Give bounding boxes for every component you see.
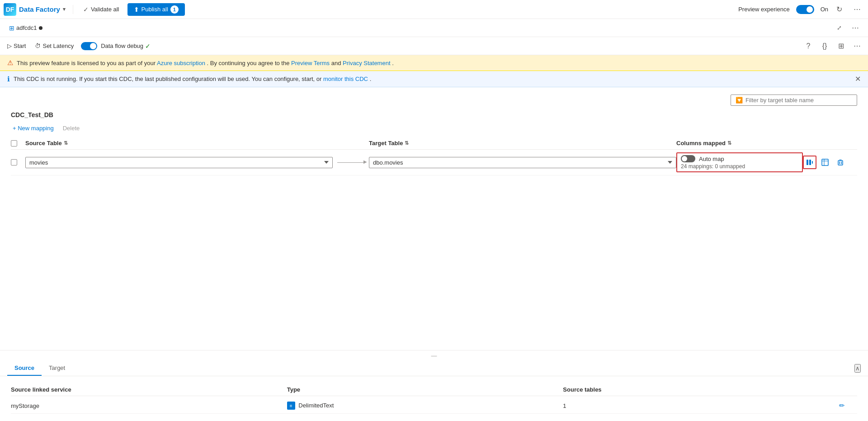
delete-row-button[interactable] xyxy=(834,156,847,169)
row-checkbox[interactable] xyxy=(11,159,17,166)
table-row: movies dbo.movies xyxy=(11,150,857,175)
header-target: Target Table Target Table ⇅ xyxy=(369,140,676,147)
header-check xyxy=(11,140,25,147)
warning-banner: ⚠ This preview feature is licensed to yo… xyxy=(0,55,868,71)
panel-row: myStorage ≡ DelimitedText 1 ✏ xyxy=(11,398,857,414)
row-arrow xyxy=(333,162,369,163)
banner-close-button[interactable]: ✕ xyxy=(855,75,861,83)
new-mapping-button[interactable]: + New mapping xyxy=(11,124,56,132)
filter-input[interactable] xyxy=(745,97,852,104)
type-icon: ≡ xyxy=(287,402,295,410)
drag-handle[interactable]: — xyxy=(0,350,868,361)
help-button[interactable]: ? xyxy=(801,39,816,53)
actions-row: + New mapping Delete xyxy=(11,124,857,132)
debug-label: Data flow debug xyxy=(101,43,143,49)
debug-ok-icon: ✓ xyxy=(145,43,151,50)
publish-badge: 1 xyxy=(170,5,179,14)
svg-rect-1 xyxy=(809,160,811,165)
latency-icon: ⏱ xyxy=(35,43,41,49)
warn-text: This preview feature is licensed to you … xyxy=(17,60,394,66)
validate-icon: ✓ xyxy=(83,6,89,13)
more-options-button[interactable]: ⋯ xyxy=(850,2,864,17)
set-latency-button[interactable]: ⏱ Set Latency xyxy=(31,41,77,51)
panel-cell-service: myStorage xyxy=(11,402,287,409)
delete-button[interactable]: Delete xyxy=(61,124,82,132)
azure-subscription-link[interactable]: Azure subscription xyxy=(157,60,205,66)
toolbar-more-button[interactable]: ⋯ xyxy=(850,39,864,53)
mapping-count: 24 mappings: 0 unmapped xyxy=(681,163,798,170)
svg-rect-3 xyxy=(822,159,828,166)
preview-data-button[interactable] xyxy=(818,156,832,169)
table-header: Source Table ⇅ Target Table Target Table… xyxy=(11,137,857,150)
automap-toggle[interactable] xyxy=(681,155,695,162)
nav-separator xyxy=(73,5,73,14)
top-nav: DF Data Factory ▾ ✓ Validate all ⬆ Publi… xyxy=(0,0,868,19)
panel-cell-type: ≡ DelimitedText xyxy=(287,402,563,410)
panel-cell-tables: 1 xyxy=(563,402,839,409)
target-select[interactable]: dbo.movies xyxy=(369,157,676,168)
panel-table-header: Source linked service Type Source tables xyxy=(11,383,857,396)
column-mapping-button[interactable] xyxy=(803,156,816,169)
tab-more-button[interactable]: ⋯ xyxy=(848,21,863,35)
info-icon: ℹ xyxy=(7,75,10,83)
toggle-on-label: On xyxy=(821,6,828,13)
validate-button[interactable]: ✓ Validate all xyxy=(79,4,124,15)
active-tab[interactable]: ⊞ adfcdc1 xyxy=(5,24,46,32)
type-label: DelimitedText xyxy=(298,402,334,409)
panel-header-service: Source linked service xyxy=(11,386,287,393)
info-text: This CDC is not running. If you start th… xyxy=(14,76,371,82)
toolbar: ▷ Start ⏱ Set Latency Data flow debug ✓ … xyxy=(0,37,868,55)
start-icon: ▷ xyxy=(7,43,12,49)
main-content: 🔽 CDC_Test_DB + New mapping Delete xyxy=(0,87,868,183)
brand-icon: DF xyxy=(4,3,16,16)
row-actions xyxy=(803,156,857,169)
filter-icon: 🔽 xyxy=(736,97,743,104)
preview-label: Preview experience xyxy=(738,6,789,13)
source-select[interactable]: movies xyxy=(25,157,333,168)
target-sort-icon[interactable]: ⇅ xyxy=(405,140,409,146)
resize-button[interactable]: ⤢ xyxy=(832,21,846,35)
tab-target[interactable]: Target xyxy=(42,361,72,376)
tab-source[interactable]: Source xyxy=(7,361,42,376)
svg-rect-6 xyxy=(838,161,843,165)
automap-cell: Auto map 24 mappings: 0 unmapped xyxy=(676,152,803,172)
monitor-cdc-link[interactable]: monitor this CDC xyxy=(323,76,368,82)
content-area: 🔽 CDC_Test_DB + New mapping Delete xyxy=(0,87,868,421)
validate-label: Validate all xyxy=(91,6,119,13)
row-check xyxy=(11,159,25,166)
preview-terms-link[interactable]: Preview Terms xyxy=(291,60,330,66)
warn-icon: ⚠ xyxy=(7,59,13,67)
brand-label: Data Factory xyxy=(19,5,60,13)
automap-label: Auto map xyxy=(699,156,724,162)
panel-expand-button[interactable]: ∧ xyxy=(854,364,861,373)
edit-source-button[interactable]: ✏ xyxy=(839,402,845,410)
mapped-sort-icon[interactable]: ⇅ xyxy=(727,140,731,146)
header-source: Source Table ⇅ xyxy=(25,140,333,147)
row-source: movies xyxy=(25,157,333,168)
row-target: dbo.movies xyxy=(369,157,676,168)
panel-cell-edit: ✏ xyxy=(839,402,857,410)
panel-header-type: Type xyxy=(287,386,563,393)
monitor-button[interactable]: ⊞ xyxy=(834,39,848,53)
start-label: Start xyxy=(14,43,26,49)
privacy-statement-link[interactable]: Privacy Statement xyxy=(343,60,391,66)
start-button[interactable]: ▷ Start xyxy=(4,41,29,51)
svg-rect-0 xyxy=(807,160,808,165)
bottom-panel: — Source Target ∧ Source linked service … xyxy=(0,350,868,421)
section-title: CDC_Test_DB xyxy=(11,111,857,118)
code-button[interactable]: {} xyxy=(817,39,832,53)
panel-content: Source linked service Type Source tables… xyxy=(0,376,868,421)
unsaved-dot xyxy=(39,26,42,30)
source-sort-icon[interactable]: ⇅ xyxy=(64,140,68,146)
debug-toggle[interactable] xyxy=(81,42,97,50)
preview-toggle[interactable] xyxy=(796,5,814,14)
publish-icon: ⬆ xyxy=(134,6,139,13)
latency-label: Set Latency xyxy=(42,43,74,49)
select-all-checkbox[interactable] xyxy=(11,140,17,147)
brand-chevron[interactable]: ▾ xyxy=(63,6,66,12)
publish-button[interactable]: ⬆ Publish all 1 xyxy=(127,3,185,16)
panel-header-edit xyxy=(839,386,857,393)
filter-row: 🔽 xyxy=(11,95,857,106)
refresh-button[interactable]: ↻ xyxy=(832,2,846,17)
tab-bar: ⊞ adfcdc1 ⤢ ⋯ xyxy=(0,19,868,37)
